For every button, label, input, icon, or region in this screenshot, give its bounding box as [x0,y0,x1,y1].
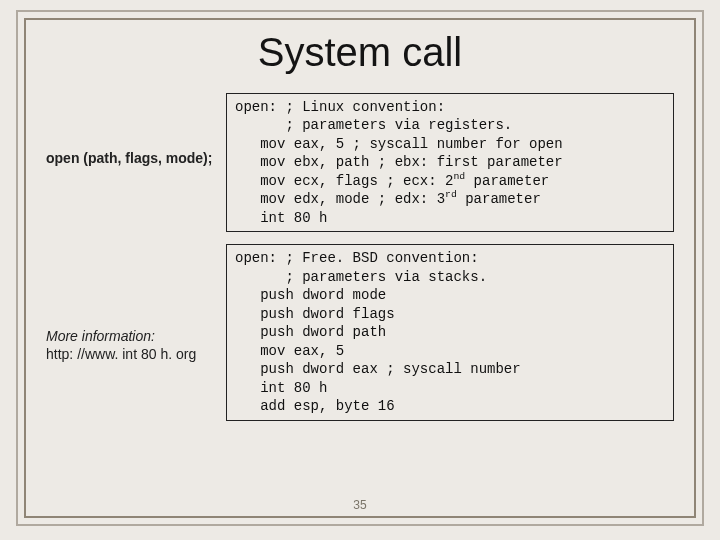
slide-title: System call [46,30,674,75]
code-line: int 80 h [235,380,327,396]
code-line: push dword eax ; syscall number [235,361,521,377]
code-line: push dword path [235,324,386,340]
code-freebsd: open: ; Free. BSD convention: ; paramete… [235,249,665,415]
code-line: ; parameters via registers. [235,117,512,133]
code-line: mov edx, mode ; edx: 3rd parameter [235,191,541,207]
code-line: open: ; Free. BSD convention: [235,250,479,266]
more-info-url: http: //www. int 80 h. org [46,346,196,362]
code-line: int 80 h [235,210,327,226]
inner-frame: System call open (path, flags, mode); Mo… [24,18,696,518]
code-line: add esp, byte 16 [235,398,395,414]
code-line: ; parameters via stacks. [235,269,487,285]
spacer [46,93,220,149]
code-line: open: ; Linux convention: [235,99,445,115]
more-info: More information: http: //www. int 80 h.… [46,327,220,363]
code-linux: open: ; Linux convention: ; parameters v… [235,98,665,227]
code-line: push dword mode [235,287,386,303]
left-column: open (path, flags, mode); More informati… [46,93,226,364]
slide-number: 35 [26,498,694,512]
code-line: mov ecx, flags ; ecx: 2nd parameter [235,173,549,189]
code-line: mov eax, 5 [235,343,344,359]
code-line: mov ebx, path ; ebx: first parameter [235,154,563,170]
spacer [46,167,220,327]
code-box-freebsd: open: ; Free. BSD convention: ; paramete… [226,244,674,420]
right-column: open: ; Linux convention: ; parameters v… [226,93,674,433]
open-call-label: open (path, flags, mode); [46,149,220,167]
more-info-label: More information: [46,328,155,344]
code-line: mov eax, 5 ; syscall number for open [235,136,563,152]
slide: System call open (path, flags, mode); Mo… [0,0,720,540]
code-box-linux: open: ; Linux convention: ; parameters v… [226,93,674,232]
code-line: push dword flags [235,306,395,322]
content-row: open (path, flags, mode); More informati… [46,93,674,433]
